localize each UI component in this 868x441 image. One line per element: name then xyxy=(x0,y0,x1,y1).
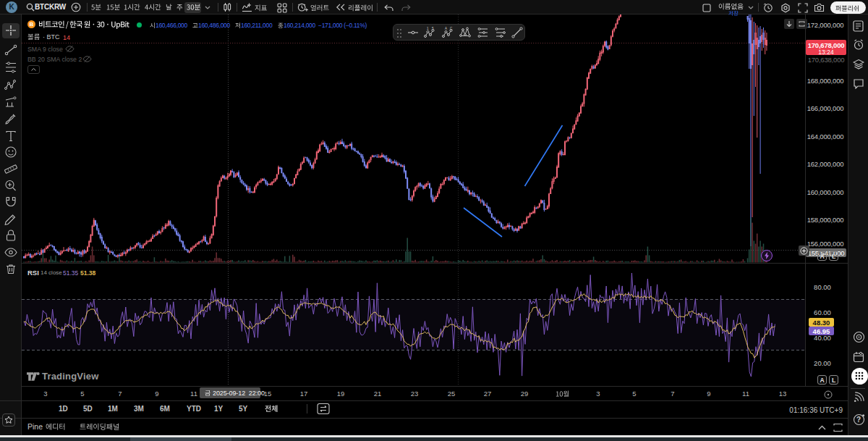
svg-text:A: A xyxy=(445,27,447,30)
svg-text:C: C xyxy=(450,27,453,30)
svg-text:1: 1 xyxy=(427,27,429,30)
